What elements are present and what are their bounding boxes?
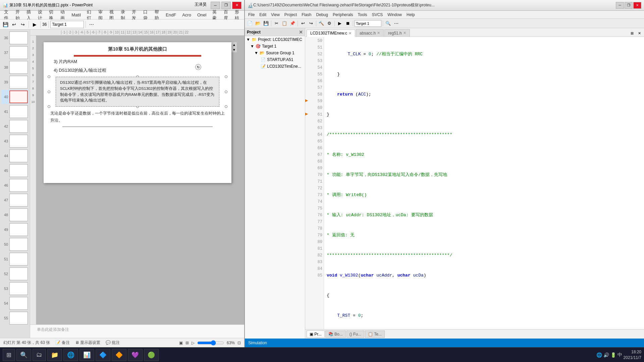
slide-thumb-36[interactable]: 36 xyxy=(1,31,29,45)
view-slide-btn[interactable]: ⊞ xyxy=(185,341,189,345)
slide-canvas[interactable]: 第10章 51单片机的其他接口 3) 片内RAM 4) DS1302的输入/输出… xyxy=(36,36,244,324)
tree-item-project[interactable]: ▼ 📁 Project: LCD1302TIMEC xyxy=(245,36,305,43)
tray-sound-icon[interactable]: 🔊 xyxy=(603,352,609,358)
ide-menu-edit[interactable]: Edit xyxy=(257,12,268,18)
slide-scrollbar[interactable]: ▲ ▼ xyxy=(231,42,237,52)
menu-acro[interactable]: Acro xyxy=(179,12,194,18)
tray-keyboard-icon[interactable]: 中 xyxy=(618,352,622,358)
rotate-handle[interactable]: ↻ xyxy=(195,64,201,70)
fit-btn[interactable]: ⊡ xyxy=(237,341,241,345)
bottom-tab-functions[interactable]: () Fu... xyxy=(346,330,364,338)
target-input[interactable] xyxy=(50,21,84,28)
ide-tb-debug[interactable]: ▶ xyxy=(336,20,343,27)
taskbar-keil[interactable]: 🔶 xyxy=(112,349,126,361)
tray-network-icon[interactable]: 🌐 xyxy=(596,352,602,358)
ide-tb-paste[interactable]: 📌 xyxy=(289,20,296,27)
ide-tb-redo[interactable]: ↪ xyxy=(307,20,315,27)
taskbar-ppt[interactable]: 📊 xyxy=(79,349,94,361)
bottom-tab-books[interactable]: 📚 Bo... xyxy=(325,330,346,338)
ide-menu-help[interactable]: Help xyxy=(405,12,417,18)
scroll-down-btn[interactable]: ▼ xyxy=(232,48,236,52)
project-close-btn[interactable]: ✕ xyxy=(299,29,303,35)
tab-absacch-close[interactable]: ✕ xyxy=(377,31,380,35)
ide-menu-view[interactable]: View xyxy=(269,12,282,18)
menu-onel[interactable]: Onel xyxy=(195,12,209,18)
slide-thumb-40[interactable]: 40 xyxy=(1,90,29,104)
tab-close-all-btn[interactable]: ✕ xyxy=(636,30,643,37)
handle-top-right[interactable] xyxy=(225,75,227,78)
slide-thumb-44[interactable]: 44 xyxy=(1,149,29,163)
ide-tb-build[interactable]: 🔨 xyxy=(318,20,325,27)
tab-reg51h-close[interactable]: ✕ xyxy=(403,31,406,35)
slide-textbox-container[interactable]: DS1302通过-RST引脚驱动输入/输出过程，当-RST置高电平启动输入/输出… xyxy=(49,77,226,107)
tab-expand-btn[interactable]: ⊞ xyxy=(629,30,635,37)
taskbar-edge[interactable]: 🌐 xyxy=(63,349,78,361)
zoom-slider[interactable] xyxy=(197,340,224,346)
slide-thumb-55[interactable]: 55 xyxy=(1,311,29,325)
slide-thumb-51[interactable]: 51 xyxy=(1,252,29,266)
taskbar-vscode[interactable]: 💜 xyxy=(128,349,143,361)
slide-thumb-50[interactable]: 50 xyxy=(1,237,29,251)
view-reading-btn[interactable]: ▷ xyxy=(192,341,195,345)
slide-thumb-41[interactable]: 41 xyxy=(1,105,29,119)
tb-save[interactable]: 💾 xyxy=(1,20,9,28)
ide-tb-more[interactable]: ⋯ xyxy=(392,20,400,27)
taskbar-proteus[interactable]: 🔷 xyxy=(96,349,110,361)
tab-reg51h[interactable]: reg51.h ✕ xyxy=(384,29,410,37)
ide-menu-peripherals[interactable]: Peripherals xyxy=(331,12,355,18)
tab-lcd1302timec-close[interactable]: ✕ xyxy=(348,31,352,36)
ide-menu-svcs[interactable]: SVCS xyxy=(370,12,385,18)
ide-tb-cut[interactable]: ✂ xyxy=(273,20,280,27)
slide-thumb-46[interactable]: 46 xyxy=(1,178,29,192)
slide-thumb-38[interactable]: 38 xyxy=(1,60,29,74)
ppt-restore-btn[interactable]: ❐ xyxy=(221,2,231,9)
slide-thumb-42[interactable]: 42 xyxy=(1,119,29,133)
tree-item-source-group[interactable]: ▼ 📂 Source Group 1 xyxy=(245,50,305,56)
ide-restore-btn[interactable]: ❐ xyxy=(625,2,633,9)
slide-textbox[interactable]: DS1302通过-RST引脚驱动输入/输出过程，当-RST置高电平启动输入/输出… xyxy=(56,77,219,107)
slide-thumb-43[interactable]: 43 xyxy=(1,134,29,148)
handle-mid-left[interactable] xyxy=(48,90,50,93)
ide-tb-search[interactable]: 🔍 xyxy=(384,20,392,27)
ide-menu-window[interactable]: Window xyxy=(385,12,404,18)
ide-tb-copy[interactable]: 📋 xyxy=(281,20,288,27)
tb-undo[interactable]: ↩ xyxy=(10,20,18,28)
ide-tb-new[interactable]: 📄 xyxy=(246,20,254,27)
ide-tb-open[interactable]: 📂 xyxy=(254,20,262,27)
ide-menu-project[interactable]: Project xyxy=(282,12,299,18)
menu-math[interactable]: MatiI xyxy=(69,12,84,18)
tray-battery-icon[interactable]: 🔋 xyxy=(610,352,616,358)
note-btn[interactable]: 📝 备注 xyxy=(55,340,69,346)
display-btn[interactable]: 🖥 显示器设置 xyxy=(75,340,100,346)
taskbar-search[interactable]: 🔍 xyxy=(16,349,31,361)
ide-tb-save[interactable]: 💾 xyxy=(262,20,270,27)
ppt-minimize-btn[interactable]: ─ xyxy=(211,2,220,9)
tb-start[interactable]: ▶ xyxy=(31,20,39,28)
ide-target-input[interactable] xyxy=(355,20,381,27)
ide-tb-rebuild[interactable]: ⚙ xyxy=(326,20,333,27)
taskbar-explorer[interactable]: 📁 xyxy=(47,349,62,361)
ide-tb-undo[interactable]: ↩ xyxy=(299,20,307,27)
tab-absacch[interactable]: absacc.h ✕ xyxy=(356,29,384,37)
tb-more[interactable]: ⋯ xyxy=(88,20,96,28)
taskbar-taskview[interactable]: 🗂 xyxy=(33,349,46,361)
handle-mid-right[interactable] xyxy=(225,90,227,93)
scroll-up-btn[interactable]: ▲ xyxy=(232,43,236,47)
tree-item-target[interactable]: ▼ 🎯 Target 1 xyxy=(245,43,305,50)
ide-tb-stop[interactable]: ⏹ xyxy=(344,20,352,27)
slide-thumb-37[interactable]: 37 xyxy=(1,46,29,60)
slide-thumb-54[interactable]: 54 xyxy=(1,296,29,310)
system-clock[interactable]: 18:20 2021/11/7 xyxy=(624,349,641,361)
tb-redo[interactable]: ↪ xyxy=(19,20,27,28)
bottom-tab-project[interactable]: ▣ Pr... xyxy=(307,330,325,338)
slide-thumb-47[interactable]: 47 xyxy=(1,193,29,207)
taskbar-rider[interactable]: 🟢 xyxy=(144,349,159,361)
code-content[interactable]: T_CLK = 0; //相当于汇编中的 RRC } return (ACC);… xyxy=(324,37,644,329)
handle-bot-left[interactable] xyxy=(48,105,50,108)
ide-close-btn[interactable]: ✕ xyxy=(633,2,641,9)
slide-thumb-39[interactable]: 39 xyxy=(1,75,29,89)
tab-lcd1302timec[interactable]: LCD1302TIMEnew.c ✕ xyxy=(307,29,355,37)
slide-thumb-52[interactable]: 52 xyxy=(1,267,29,281)
ppt-close-btn[interactable]: ✕ xyxy=(232,2,241,9)
comment-btn[interactable]: 💬 批注 xyxy=(106,340,120,346)
